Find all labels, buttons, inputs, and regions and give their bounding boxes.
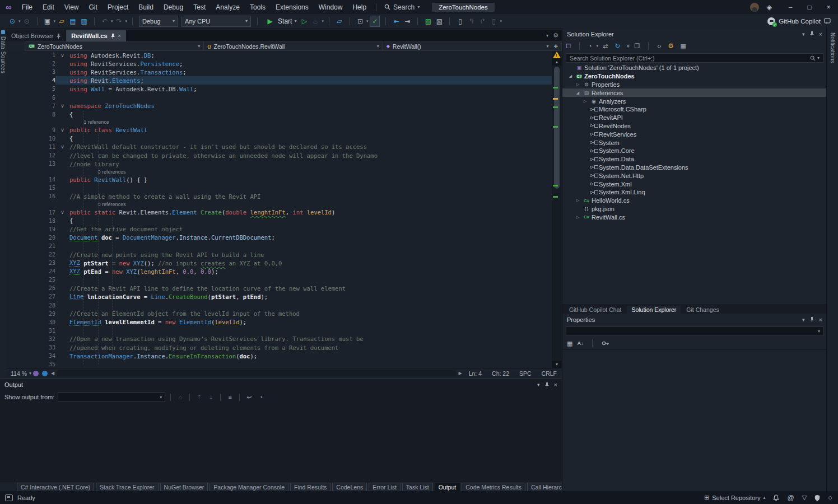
hot-reload-icon[interactable]: ♨: [311, 16, 320, 26]
sync-with-active-document-icon[interactable]: ⇄: [603, 43, 608, 50]
tree-item-pkg-json[interactable]: { }pkg.json: [562, 205, 827, 213]
start-without-debugging-icon[interactable]: ▷: [300, 16, 309, 26]
close-icon[interactable]: ×: [554, 381, 557, 388]
code-line-31[interactable]: 31: [6, 326, 552, 335]
bottom-tab-find-results[interactable]: Find Results: [290, 483, 330, 492]
code-line-27[interactable]: 27 Line lnLocationCurve = Line.CreateBou…: [6, 292, 552, 301]
close-icon[interactable]: ×: [819, 31, 822, 38]
chevron-down-icon[interactable]: ▾: [537, 382, 540, 388]
collapsed-arrow-icon[interactable]: ▷: [574, 215, 581, 220]
account-avatar[interactable]: [750, 3, 759, 12]
code-line-16[interactable]: 16 //A simple method to create a wall us…: [6, 192, 552, 200]
close-button[interactable]: ×: [819, 0, 838, 14]
fold-chevron-icon[interactable]: ∨: [55, 143, 69, 151]
bottom-tab-error-list[interactable]: Error List: [369, 483, 401, 492]
close-icon[interactable]: ×: [819, 316, 822, 323]
clear-bookmarks-icon[interactable]: ▯: [489, 16, 498, 26]
close-tab-icon[interactable]: ×: [118, 33, 121, 39]
folder-icon[interactable]: ▱: [335, 16, 344, 26]
save-all-icon[interactable]: ▥: [80, 16, 89, 26]
show-all-files-icon[interactable]: ▦: [681, 43, 686, 50]
code-line-32[interactable]: 32 //Open a new transaction using Dynamo…: [6, 335, 552, 343]
alphabetical-sort-icon[interactable]: A↓: [577, 340, 583, 346]
chevron-down-icon[interactable]: ▾: [29, 371, 31, 376]
tree-item-system-core[interactable]: System.Core: [562, 147, 827, 155]
clear-all-icon[interactable]: ≡: [226, 394, 234, 400]
toolbar-overflow-icon[interactable]: ▾: [500, 19, 502, 24]
refresh-icon[interactable]: ↻: [613, 41, 622, 51]
code-line-14[interactable]: 14 public RevitWall() { }: [6, 175, 552, 184]
previous-message-icon[interactable]: ⇡: [195, 394, 203, 401]
chevron-down-icon[interactable]: ▾: [802, 31, 805, 37]
menu-window[interactable]: Window: [314, 0, 348, 14]
code-line-26[interactable]: 26 //Create a Revit API line to define t…: [6, 284, 552, 292]
menu-build[interactable]: Build: [133, 0, 159, 14]
scrollbar-thumb[interactable]: [554, 67, 560, 189]
tree-item-zerotouchnodes[interactable]: ◢C#ZeroTouchNodes: [562, 72, 827, 81]
code-line-17[interactable]: 17∨ public static Revit.Elements.Element…: [6, 208, 552, 217]
preview-window-icon[interactable]: ⊡: [356, 16, 365, 26]
scroll-left-icon[interactable]: ◀: [49, 371, 56, 376]
bookmark-icon[interactable]: ▯: [455, 16, 464, 26]
menu-test[interactable]: Test: [188, 0, 211, 14]
collapsed-arrow-icon[interactable]: ▷: [574, 198, 581, 203]
code-line-34[interactable]: 34 TransactionManager.Instance.EnsureInT…: [6, 352, 552, 360]
collapsed-arrow-icon[interactable]: ▷: [574, 82, 581, 87]
code-line-24[interactable]: 24 XYZ ptEnd = new XYZ(lenghtInFt, 0.0, …: [6, 267, 552, 276]
chevron-down-icon[interactable]: ▾: [111, 19, 113, 24]
output-source-combo[interactable]: ▾: [58, 392, 165, 402]
indent-decrease-icon[interactable]: ⇤: [392, 16, 401, 26]
shield-icon[interactable]: [814, 494, 820, 501]
chevron-down-icon[interactable]: ▾: [596, 44, 598, 48]
pin-icon[interactable]: [57, 34, 60, 39]
search-box[interactable]: Search ▾: [381, 3, 423, 11]
fold-chevron-icon[interactable]: ∨: [55, 126, 69, 134]
editor-horizontal-scrollbar[interactable]: [57, 370, 455, 376]
previous-bookmark-icon[interactable]: ↰: [467, 16, 476, 26]
github-copilot-status[interactable]: ✓ GitHub Copilot: [767, 17, 831, 25]
tree-item-system[interactable]: System: [562, 138, 827, 147]
split-window-icon[interactable]: ✚: [553, 44, 558, 49]
tree-item-system-data[interactable]: System.Data: [562, 155, 827, 164]
code-line-28[interactable]: 28: [6, 301, 552, 310]
code-editor[interactable]: 1∨using Autodesk.Revit.DB;2using RevitSe…: [6, 51, 552, 368]
code-line-19[interactable]: 19 //Get the active document object: [6, 225, 552, 234]
codelens-references[interactable]: 0 references: [6, 201, 552, 208]
code-line-20[interactable]: 20 Document doc = DocumentManager.Instan…: [6, 234, 552, 242]
solution-platform-combo[interactable]: Any CPU▾: [181, 16, 251, 27]
pin-icon[interactable]: [111, 34, 115, 39]
breadcrumb-class[interactable]: {} ZeroTouchNodes.RevitWall ▾: [204, 41, 383, 51]
data-sources-tab[interactable]: Data Sources: [0, 36, 6, 74]
code-line-29[interactable]: 29 //Create an ElementId object from the…: [6, 310, 552, 318]
code-line-22[interactable]: 22 //Create new points using the Revit A…: [6, 250, 552, 259]
code-line-3[interactable]: 3using RevitServices.Transactions;: [6, 68, 552, 76]
find-message-icon[interactable]: ⌂: [176, 394, 184, 400]
code-line-10[interactable]: 10 {: [6, 134, 552, 143]
switch-views-icon[interactable]: ⧠: [566, 43, 571, 50]
feedback-at-icon[interactable]: @: [787, 494, 794, 502]
tree-item-properties[interactable]: ▷⚙Properties: [562, 81, 827, 89]
code-line-1[interactable]: 1∨using Autodesk.Revit.DB;: [6, 51, 552, 59]
menu-tools[interactable]: Tools: [245, 0, 271, 14]
next-message-icon[interactable]: ⇣: [207, 394, 215, 401]
codelens-references[interactable]: 1 reference: [6, 119, 552, 126]
properties-wrench-icon[interactable]: ⚙: [667, 41, 676, 51]
autoscroll-clock-icon[interactable]: ◔: [257, 394, 265, 400]
code-line-30[interactable]: 30 ElementId levelElementId = new Elemen…: [6, 318, 552, 326]
bottom-tab-code-metrics-results[interactable]: Code Metrics Results: [462, 483, 525, 492]
save-icon[interactable]: ▤: [68, 16, 77, 26]
tree-item-references[interactable]: ◢▤References: [562, 88, 827, 97]
feedback-icon[interactable]: [5, 494, 13, 501]
menu-git[interactable]: Git: [84, 0, 103, 14]
pin-icon[interactable]: [545, 382, 549, 388]
menu-edit[interactable]: Edit: [38, 0, 59, 14]
uncomment-icon[interactable]: ▧: [435, 16, 444, 26]
editor-options-gear-icon[interactable]: ⚙: [553, 32, 558, 39]
code-line-13[interactable]: 13 //node library: [6, 160, 552, 168]
tree-item-system-net-http[interactable]: System.Net.Http: [562, 171, 827, 180]
editor-zoom-level[interactable]: 114 %: [6, 370, 29, 377]
code-line-12[interactable]: 12 //level can be changed to private, ot…: [6, 151, 552, 160]
redo-icon[interactable]: ↷: [115, 16, 124, 26]
notifications-tab[interactable]: Notifications: [830, 32, 836, 496]
solution-explorer-search-input[interactable]: Search Solution Explorer (Ctrl+;) ▾: [566, 53, 823, 63]
